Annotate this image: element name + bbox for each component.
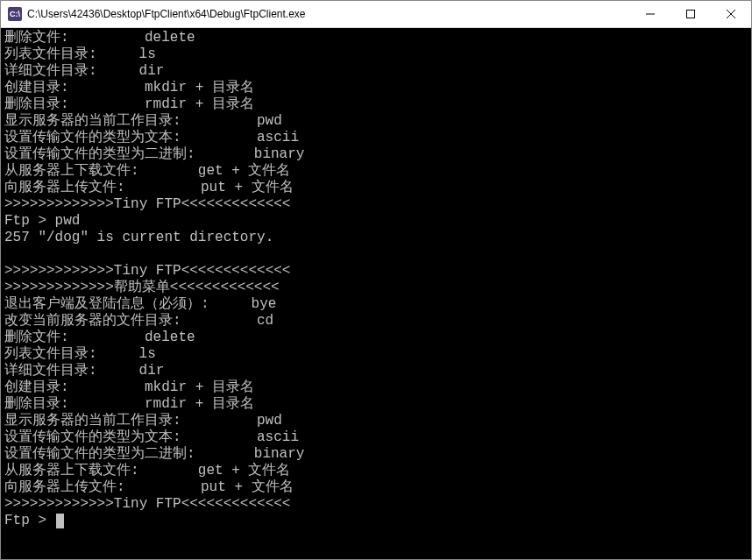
close-icon	[727, 10, 735, 18]
svg-rect-1	[687, 11, 695, 18]
prompt-text: Ftp >	[4, 513, 55, 528]
titlebar: C:\ C:\Users\42436\Desktop\FtpClient\x64…	[1, 1, 751, 28]
app-icon: C:\	[8, 7, 22, 21]
minimize-icon	[646, 10, 655, 18]
maximize-icon	[686, 10, 695, 18]
console-output[interactable]: 删除文件: delete 列表文件目录: ls 详细文件目录: dir 创建目录…	[1, 28, 751, 559]
app-window: C:\ C:\Users\42436\Desktop\FtpClient\x64…	[0, 0, 752, 560]
window-title: C:\Users\42436\Desktop\FtpClient\x64\Deb…	[27, 8, 306, 20]
minimize-button[interactable]	[630, 1, 670, 27]
cursor	[56, 514, 64, 528]
maximize-button[interactable]	[670, 1, 711, 27]
close-button[interactable]	[711, 1, 751, 27]
console-text: 删除文件: delete 列表文件目录: ls 详细文件目录: dir 创建目录…	[4, 30, 304, 512]
